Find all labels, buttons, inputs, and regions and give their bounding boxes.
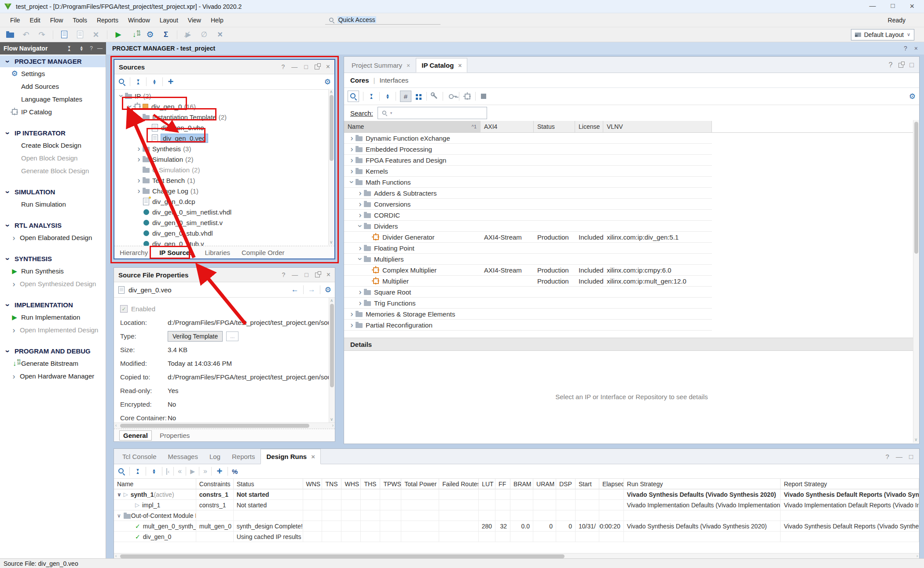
chevron-down-icon[interactable]: ›	[4, 130, 12, 136]
save-icon[interactable]	[59, 29, 70, 40]
tree-item[interactable]: ›div_gen_0.dcp	[114, 196, 334, 207]
flownav-item[interactable]: IP Catalog	[0, 106, 106, 118]
chevron-right-icon[interactable]: ›	[11, 234, 17, 242]
runs-column-uram[interactable]: URAM	[533, 479, 556, 489]
forward-arrow-icon[interactable]: →	[308, 285, 315, 294]
catalog-search-input[interactable]: ▾	[378, 107, 487, 119]
run-icon[interactable]: ▶	[113, 29, 124, 40]
flownav-item[interactable]: Open Block Design	[0, 152, 106, 164]
runs-column-ths[interactable]: THS	[361, 479, 380, 489]
flownav-section-header[interactable]: ›PROJECT MANAGER	[0, 55, 106, 67]
flownav-section-header[interactable]: ›SYNTHESIS	[0, 253, 106, 265]
chevron-down-icon[interactable]: ›	[117, 93, 125, 99]
filter-icon[interactable]: #	[400, 91, 411, 102]
expand-all-icon[interactable]: ▲▼	[384, 92, 392, 100]
runs-column-start[interactable]: Start	[576, 479, 599, 489]
catalog-row[interactable]: ›Multipliers	[344, 254, 712, 265]
flownav-item[interactable]: ▶Run Synthesis	[0, 265, 106, 277]
catalog-scrollbar[interactable]: ∨	[913, 120, 919, 443]
column-header-status[interactable]: Status	[534, 121, 575, 132]
copy-icon[interactable]	[74, 29, 86, 40]
runs-column-report-strategy[interactable]: Report Strategy	[781, 479, 919, 489]
catalog-row[interactable]: ›Adders & Subtracters	[344, 188, 712, 199]
minimize-icon[interactable]: —	[869, 2, 876, 11]
chevron-down-icon[interactable]: ›	[356, 223, 364, 229]
chevron-right-icon[interactable]: ›	[11, 280, 17, 288]
flownav-item[interactable]: Add Sources	[0, 80, 106, 93]
runs-row[interactable]: ✓mult_gen_0_synth_1mult_gen_0synth_desig…	[114, 521, 919, 532]
menu-edit[interactable]: Edit	[25, 15, 45, 25]
flownav-item[interactable]: ↓0110Generate Bitstream	[0, 357, 106, 370]
create-run-icon[interactable]: +	[216, 467, 224, 475]
catalog-row[interactable]: ›Dynamic Function eXchange	[344, 133, 712, 144]
close-panel-icon[interactable]: ×	[326, 271, 330, 279]
doc-tab-project-summary[interactable]: Project Summary ×	[346, 58, 416, 73]
catalog-row[interactable]: ›Divider GeneratorAXI4-StreamProductionI…	[344, 232, 712, 243]
chevron-down-icon[interactable]: ›	[356, 256, 364, 262]
chevron-down-icon[interactable]: ›	[4, 222, 12, 229]
flownav-section-header[interactable]: ›SIMULATION	[0, 186, 106, 198]
catalog-row[interactable]: ›MultiplierProductionIncludedxilinx.com:…	[344, 276, 712, 287]
chevron-right-icon[interactable]: ›	[348, 134, 355, 142]
tree-item[interactable]: ›div_gen_0.veo	[114, 133, 334, 143]
runs-row[interactable]: ∨▷synth_1 (active)constrs_1Not startedVi…	[114, 489, 919, 500]
settings-gear-icon[interactable]: ⚙	[909, 92, 916, 101]
maximize-panel-icon[interactable]: □	[909, 61, 914, 69]
runs-column-run-strategy[interactable]: Run Strategy	[624, 479, 781, 489]
menu-file[interactable]: File	[5, 15, 25, 25]
float-panel-icon[interactable]	[898, 63, 903, 68]
properties-scrollbar[interactable]: ∧ ∨	[329, 298, 335, 422]
runs-column-status[interactable]: Status	[234, 479, 303, 489]
redo-icon[interactable]: ↷	[36, 29, 48, 40]
flownav-item[interactable]: ▶Run Implementation	[0, 311, 106, 324]
help-icon[interactable]: ?	[886, 453, 889, 460]
runs-column-total-power[interactable]: Total Power	[401, 479, 439, 489]
chevron-right-icon[interactable]: ›	[357, 288, 363, 296]
flownav-section-header[interactable]: ›IP INTEGRATOR	[0, 127, 106, 139]
catalog-row[interactable]: ›Embedded Processing	[344, 144, 712, 155]
add-sources-icon[interactable]: +	[167, 78, 175, 86]
chevron-right-icon[interactable]: ›	[136, 176, 142, 184]
quick-access-search[interactable]: Quick Access	[325, 15, 440, 25]
type-button[interactable]: Verilog Template	[168, 331, 223, 342]
tab-properties[interactable]: Properties	[160, 432, 190, 439]
minimize-panel-icon[interactable]: —	[291, 63, 297, 70]
runs-column-elapsed[interactable]: Elapsed	[599, 479, 624, 489]
report-sigma-icon[interactable]: Σ	[160, 29, 172, 40]
percent-icon[interactable]: %	[232, 468, 238, 475]
layout-selector[interactable]: Default Layout ∨	[851, 29, 914, 40]
chevron-down-icon[interactable]: ›	[4, 302, 12, 308]
chevron-right-icon[interactable]: ›	[348, 145, 355, 153]
close-icon[interactable]: ×	[458, 62, 462, 69]
tree-item[interactable]: ›Change Log(1)	[114, 186, 334, 196]
runs-column-name[interactable]: Name	[114, 479, 196, 489]
close-icon[interactable]: ×	[311, 453, 315, 460]
runs-row[interactable]: ∨Out-of-Context Module Runs	[114, 510, 919, 521]
expand-all-icon[interactable]: ▲▼	[150, 467, 158, 475]
subtab-interfaces[interactable]: Interfaces	[379, 76, 408, 84]
collapse-all-icon[interactable]: ▼▲	[65, 44, 73, 52]
column-header-vlnv[interactable]: VLNV	[603, 121, 712, 132]
chevron-right-icon[interactable]: ›	[11, 326, 17, 334]
runs-column-tns[interactable]: TNS	[322, 479, 341, 489]
flownav-section-header[interactable]: ›IMPLEMENTATION	[0, 299, 106, 311]
search-icon[interactable]	[348, 91, 359, 102]
close-icon[interactable]: ×	[914, 45, 918, 52]
maximize-panel-icon[interactable]: □	[304, 63, 308, 70]
settings-gear-icon[interactable]: ⚙	[144, 29, 156, 40]
flownav-item[interactable]: Language Templates	[0, 93, 106, 106]
tab-hierarchy[interactable]: Hierarchy	[120, 249, 148, 256]
flownav-item[interactable]: ›Open Hardware Manager	[0, 370, 106, 382]
subtab-cores[interactable]: Cores	[350, 76, 369, 84]
float-panel-icon[interactable]	[315, 65, 319, 69]
chevron-down-icon[interactable]: ›	[4, 189, 12, 195]
column-header-name[interactable]: Name ^1	[344, 121, 480, 132]
bottom-tab-reports[interactable]: Reports	[226, 449, 261, 464]
collapse-all-icon[interactable]: ▼▲	[367, 92, 375, 100]
settings-gear-icon[interactable]: ⚙	[324, 77, 331, 87]
catalog-row[interactable]: ›Complex MultiplierAXI4-StreamProduction…	[344, 265, 712, 276]
hierarchy-view-icon[interactable]	[414, 92, 422, 100]
catalog-row[interactable]: ›Kernels	[344, 166, 712, 177]
tree-item[interactable]: ›div_gen_0_sim_netlist.v	[114, 217, 334, 228]
chevron-right-icon[interactable]: ›	[357, 299, 363, 307]
